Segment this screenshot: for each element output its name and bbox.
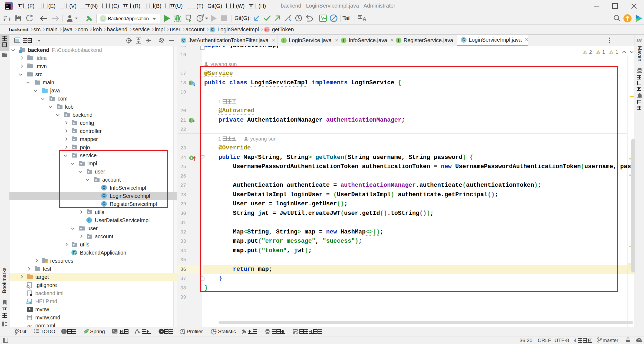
svg-text:c: c <box>192 82 194 85</box>
svg-text:?: ? <box>638 338 640 342</box>
svg-text:I: I <box>191 156 192 160</box>
